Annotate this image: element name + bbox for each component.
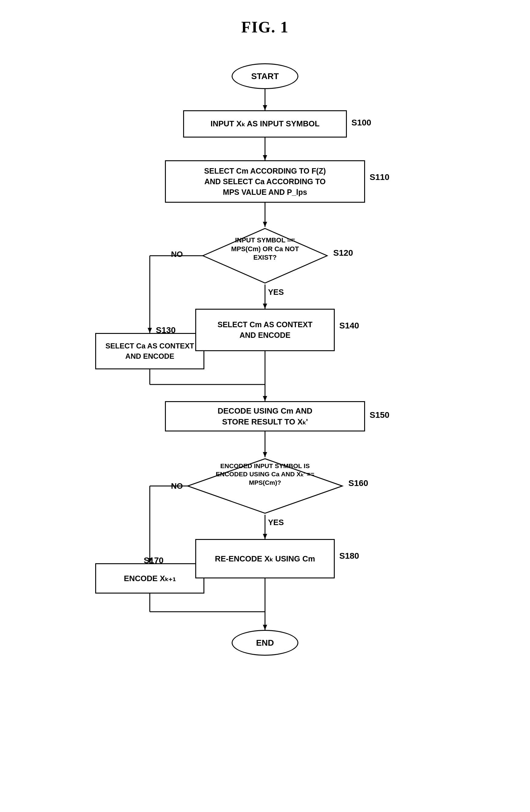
s140-step-label: S140 bbox=[339, 321, 359, 331]
end-shape: END bbox=[232, 630, 298, 656]
s140-label: SELECT Cm AS CONTEXT AND ENCODE bbox=[218, 319, 312, 340]
s160-shape: ENCODED INPUT SYMBOL IS ENCODED USING Ca… bbox=[186, 457, 344, 515]
svg-marker-3 bbox=[263, 155, 267, 160]
s160-yes-label: YES bbox=[268, 518, 284, 527]
s120-step-label: S120 bbox=[333, 248, 353, 258]
svg-marker-10 bbox=[148, 328, 152, 333]
start-label: START bbox=[251, 72, 279, 81]
s110-label: SELECT Cm ACCORDING TO F(Z) AND SELECT C… bbox=[204, 166, 326, 198]
figure-title: FIG. 1 bbox=[241, 18, 289, 36]
s100-step-label: S100 bbox=[351, 118, 371, 128]
s150-label: DECODE USING Cm AND STORE RESULT TO Xₖ' bbox=[218, 405, 312, 427]
s180-step-label: S180 bbox=[339, 551, 359, 561]
s180-label: RE-ENCODE Xₖ USING Cm bbox=[215, 553, 315, 564]
s160-label: ENCODED INPUT SYMBOL IS ENCODED USING Ca… bbox=[213, 462, 317, 487]
s100-label: INPUT Xₖ AS INPUT SYMBOL bbox=[210, 119, 320, 129]
s130-step-label: S130 bbox=[156, 325, 176, 335]
start-shape: START bbox=[232, 63, 298, 89]
s120-shape: INPUT SYMBOL == MPS(Cm) OR Ca NOT EXIST? bbox=[201, 227, 329, 285]
s110-shape: SELECT Cm ACCORDING TO F(Z) AND SELECT C… bbox=[165, 160, 365, 203]
end-label: END bbox=[256, 638, 274, 648]
s120-yes-label: YES bbox=[268, 288, 284, 297]
svg-marker-15 bbox=[263, 396, 267, 401]
s160-no-label: NO bbox=[171, 481, 183, 491]
s140-shape: SELECT Cm AS CONTEXT AND ENCODE bbox=[195, 309, 335, 351]
svg-marker-5 bbox=[263, 222, 267, 227]
s130-label: SELECT Ca AS CONTEXT AND ENCODE bbox=[106, 341, 194, 361]
s170-shape: ENCODE Xₖ₊₁ bbox=[95, 563, 204, 594]
flowchart: START INPUT Xₖ AS INPUT SYMBOL S100 SELE… bbox=[83, 54, 447, 781]
s110-step-label: S110 bbox=[369, 172, 389, 182]
svg-marker-1 bbox=[263, 105, 267, 110]
s130-shape: SELECT Ca AS CONTEXT AND ENCODE bbox=[95, 333, 204, 369]
s180-shape: RE-ENCODE Xₖ USING Cm bbox=[195, 539, 335, 578]
svg-marker-7 bbox=[263, 304, 267, 309]
svg-marker-17 bbox=[263, 452, 267, 457]
s100-shape: INPUT Xₖ AS INPUT SYMBOL bbox=[183, 110, 347, 137]
s170-label: ENCODE Xₖ₊₁ bbox=[124, 573, 176, 584]
svg-marker-19 bbox=[263, 534, 267, 539]
svg-marker-27 bbox=[263, 625, 267, 630]
s170-step-label: S170 bbox=[144, 556, 164, 565]
s150-shape: DECODE USING Cm AND STORE RESULT TO Xₖ' bbox=[165, 401, 365, 432]
s160-step-label: S160 bbox=[348, 478, 368, 488]
s120-no-label: NO bbox=[171, 250, 183, 259]
s150-step-label: S150 bbox=[369, 410, 389, 420]
s120-label: INPUT SYMBOL == MPS(Cm) OR Ca NOT EXIST? bbox=[226, 236, 304, 262]
page: FIG. 1 bbox=[0, 0, 530, 812]
